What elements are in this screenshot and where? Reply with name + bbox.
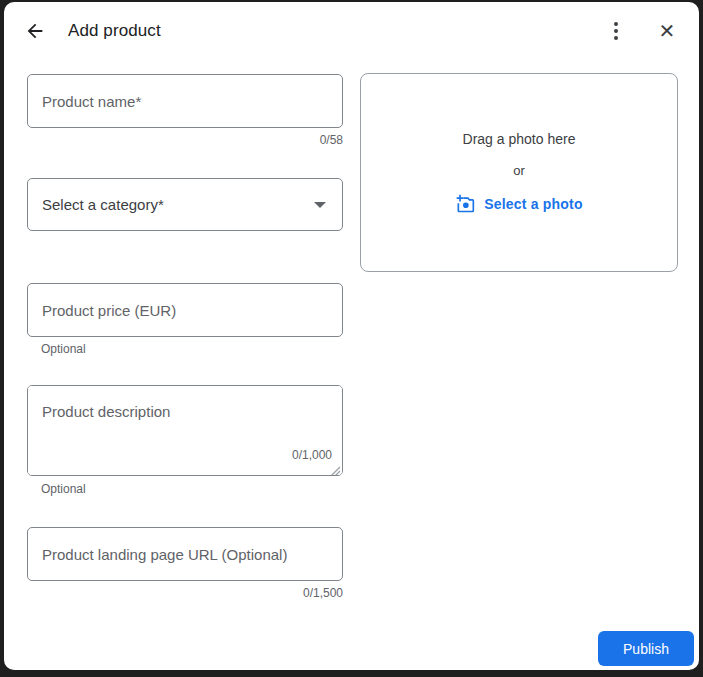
chevron-down-icon [314, 202, 326, 208]
price-optional-label: Optional [27, 342, 343, 356]
product-description-field: 0/1,000 [27, 385, 343, 476]
description-optional-label: Optional [27, 482, 343, 496]
dialog-body: 0/58 Select a category* Optional 0/1,000… [4, 60, 699, 600]
or-label: or [513, 163, 525, 178]
dialog-title: Add product [68, 21, 161, 41]
form-column: 0/58 Select a category* Optional 0/1,000… [27, 60, 343, 600]
close-icon: ✕ [659, 21, 676, 41]
landing-url-input[interactable] [27, 527, 343, 581]
photo-column: Drag a photo here or Select a photo [360, 60, 678, 600]
product-description-input[interactable] [28, 386, 342, 475]
product-name-counter: 0/58 [27, 133, 343, 147]
landing-url-counter: 0/1,500 [27, 586, 343, 600]
add-product-dialog: Add product ✕ 0/58 Select a category* Op… [4, 2, 699, 670]
publish-button[interactable]: Publish [598, 631, 694, 666]
close-button[interactable]: ✕ [655, 19, 679, 43]
arrow-back-icon [24, 20, 46, 42]
select-photo-label: Select a photo [484, 196, 582, 212]
category-select-value: Select a category* [42, 196, 164, 213]
dialog-header: Add product ✕ [4, 2, 699, 60]
back-button[interactable] [23, 19, 47, 43]
photo-drop-zone[interactable]: Drag a photo here or Select a photo [360, 73, 678, 272]
drag-photo-label: Drag a photo here [463, 131, 576, 147]
select-photo-button[interactable]: Select a photo [455, 194, 582, 214]
add-a-photo-icon [455, 194, 475, 214]
product-price-input[interactable] [27, 283, 343, 337]
product-name-input[interactable] [27, 74, 343, 128]
category-select[interactable]: Select a category* [27, 178, 343, 231]
overflow-menu-button[interactable] [607, 19, 625, 43]
resize-grip-icon[interactable] [330, 463, 341, 474]
